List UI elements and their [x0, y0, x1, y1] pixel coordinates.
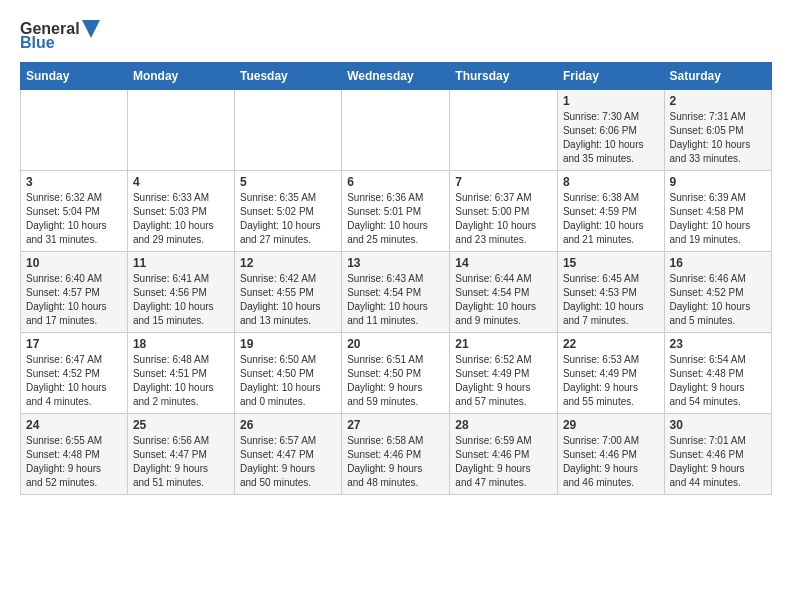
calendar-day-cell — [450, 90, 558, 171]
day-number: 22 — [563, 337, 659, 351]
calendar-day-cell: 11Sunrise: 6:41 AM Sunset: 4:56 PM Dayli… — [127, 252, 234, 333]
calendar-week-row: 10Sunrise: 6:40 AM Sunset: 4:57 PM Dayli… — [21, 252, 772, 333]
day-info: Sunrise: 6:58 AM Sunset: 4:46 PM Dayligh… — [347, 434, 444, 490]
weekday-header: Monday — [127, 63, 234, 90]
day-number: 27 — [347, 418, 444, 432]
day-number: 4 — [133, 175, 229, 189]
calendar-day-cell: 1Sunrise: 7:30 AM Sunset: 6:06 PM Daylig… — [557, 90, 664, 171]
day-info: Sunrise: 6:41 AM Sunset: 4:56 PM Dayligh… — [133, 272, 229, 328]
calendar-day-cell: 5Sunrise: 6:35 AM Sunset: 5:02 PM Daylig… — [234, 171, 341, 252]
day-number: 6 — [347, 175, 444, 189]
day-number: 1 — [563, 94, 659, 108]
day-number: 18 — [133, 337, 229, 351]
day-number: 25 — [133, 418, 229, 432]
day-number: 29 — [563, 418, 659, 432]
calendar-day-cell: 20Sunrise: 6:51 AM Sunset: 4:50 PM Dayli… — [342, 333, 450, 414]
calendar-day-cell: 24Sunrise: 6:55 AM Sunset: 4:48 PM Dayli… — [21, 414, 128, 495]
day-number: 23 — [670, 337, 766, 351]
calendar-day-cell — [127, 90, 234, 171]
calendar-day-cell: 19Sunrise: 6:50 AM Sunset: 4:50 PM Dayli… — [234, 333, 341, 414]
calendar-day-cell: 8Sunrise: 6:38 AM Sunset: 4:59 PM Daylig… — [557, 171, 664, 252]
weekday-header: Tuesday — [234, 63, 341, 90]
calendar-day-cell: 22Sunrise: 6:53 AM Sunset: 4:49 PM Dayli… — [557, 333, 664, 414]
logo: General Blue — [20, 20, 100, 52]
day-number: 9 — [670, 175, 766, 189]
day-number: 10 — [26, 256, 122, 270]
day-info: Sunrise: 6:54 AM Sunset: 4:48 PM Dayligh… — [670, 353, 766, 409]
weekday-header: Sunday — [21, 63, 128, 90]
day-info: Sunrise: 6:38 AM Sunset: 4:59 PM Dayligh… — [563, 191, 659, 247]
day-info: Sunrise: 6:55 AM Sunset: 4:48 PM Dayligh… — [26, 434, 122, 490]
day-info: Sunrise: 6:48 AM Sunset: 4:51 PM Dayligh… — [133, 353, 229, 409]
calendar-day-cell: 12Sunrise: 6:42 AM Sunset: 4:55 PM Dayli… — [234, 252, 341, 333]
calendar-day-cell: 6Sunrise: 6:36 AM Sunset: 5:01 PM Daylig… — [342, 171, 450, 252]
calendar-table: SundayMondayTuesdayWednesdayThursdayFrid… — [20, 62, 772, 495]
day-info: Sunrise: 6:32 AM Sunset: 5:04 PM Dayligh… — [26, 191, 122, 247]
calendar-week-row: 17Sunrise: 6:47 AM Sunset: 4:52 PM Dayli… — [21, 333, 772, 414]
calendar-day-cell: 29Sunrise: 7:00 AM Sunset: 4:46 PM Dayli… — [557, 414, 664, 495]
calendar-day-cell: 17Sunrise: 6:47 AM Sunset: 4:52 PM Dayli… — [21, 333, 128, 414]
day-number: 15 — [563, 256, 659, 270]
day-info: Sunrise: 7:01 AM Sunset: 4:46 PM Dayligh… — [670, 434, 766, 490]
day-info: Sunrise: 6:53 AM Sunset: 4:49 PM Dayligh… — [563, 353, 659, 409]
day-number: 19 — [240, 337, 336, 351]
calendar-day-cell: 15Sunrise: 6:45 AM Sunset: 4:53 PM Dayli… — [557, 252, 664, 333]
day-info: Sunrise: 6:46 AM Sunset: 4:52 PM Dayligh… — [670, 272, 766, 328]
day-info: Sunrise: 6:43 AM Sunset: 4:54 PM Dayligh… — [347, 272, 444, 328]
day-info: Sunrise: 6:59 AM Sunset: 4:46 PM Dayligh… — [455, 434, 552, 490]
weekday-header: Friday — [557, 63, 664, 90]
day-number: 30 — [670, 418, 766, 432]
day-info: Sunrise: 6:50 AM Sunset: 4:50 PM Dayligh… — [240, 353, 336, 409]
day-info: Sunrise: 6:45 AM Sunset: 4:53 PM Dayligh… — [563, 272, 659, 328]
calendar-day-cell: 26Sunrise: 6:57 AM Sunset: 4:47 PM Dayli… — [234, 414, 341, 495]
day-info: Sunrise: 6:35 AM Sunset: 5:02 PM Dayligh… — [240, 191, 336, 247]
day-info: Sunrise: 6:33 AM Sunset: 5:03 PM Dayligh… — [133, 191, 229, 247]
calendar-day-cell: 4Sunrise: 6:33 AM Sunset: 5:03 PM Daylig… — [127, 171, 234, 252]
calendar-day-cell: 21Sunrise: 6:52 AM Sunset: 4:49 PM Dayli… — [450, 333, 558, 414]
calendar-day-cell: 27Sunrise: 6:58 AM Sunset: 4:46 PM Dayli… — [342, 414, 450, 495]
calendar-day-cell — [234, 90, 341, 171]
calendar-day-cell: 9Sunrise: 6:39 AM Sunset: 4:58 PM Daylig… — [664, 171, 771, 252]
day-number: 26 — [240, 418, 336, 432]
logo-blue: Blue — [20, 34, 55, 52]
header: General Blue — [20, 20, 772, 52]
day-info: Sunrise: 7:00 AM Sunset: 4:46 PM Dayligh… — [563, 434, 659, 490]
day-number: 8 — [563, 175, 659, 189]
day-info: Sunrise: 6:42 AM Sunset: 4:55 PM Dayligh… — [240, 272, 336, 328]
calendar-day-cell — [21, 90, 128, 171]
day-number: 20 — [347, 337, 444, 351]
day-info: Sunrise: 6:56 AM Sunset: 4:47 PM Dayligh… — [133, 434, 229, 490]
logo-arrow-icon — [82, 20, 100, 38]
calendar-day-cell: 30Sunrise: 7:01 AM Sunset: 4:46 PM Dayli… — [664, 414, 771, 495]
calendar-day-cell: 28Sunrise: 6:59 AM Sunset: 4:46 PM Dayli… — [450, 414, 558, 495]
calendar-day-cell: 7Sunrise: 6:37 AM Sunset: 5:00 PM Daylig… — [450, 171, 558, 252]
calendar-day-cell: 23Sunrise: 6:54 AM Sunset: 4:48 PM Dayli… — [664, 333, 771, 414]
weekday-header: Wednesday — [342, 63, 450, 90]
day-number: 11 — [133, 256, 229, 270]
day-info: Sunrise: 7:30 AM Sunset: 6:06 PM Dayligh… — [563, 110, 659, 166]
day-info: Sunrise: 6:40 AM Sunset: 4:57 PM Dayligh… — [26, 272, 122, 328]
day-info: Sunrise: 6:47 AM Sunset: 4:52 PM Dayligh… — [26, 353, 122, 409]
day-info: Sunrise: 6:36 AM Sunset: 5:01 PM Dayligh… — [347, 191, 444, 247]
day-number: 24 — [26, 418, 122, 432]
calendar-day-cell: 13Sunrise: 6:43 AM Sunset: 4:54 PM Dayli… — [342, 252, 450, 333]
calendar-week-row: 3Sunrise: 6:32 AM Sunset: 5:04 PM Daylig… — [21, 171, 772, 252]
day-info: Sunrise: 7:31 AM Sunset: 6:05 PM Dayligh… — [670, 110, 766, 166]
calendar-week-row: 24Sunrise: 6:55 AM Sunset: 4:48 PM Dayli… — [21, 414, 772, 495]
weekday-header: Thursday — [450, 63, 558, 90]
day-number: 7 — [455, 175, 552, 189]
calendar-day-cell: 18Sunrise: 6:48 AM Sunset: 4:51 PM Dayli… — [127, 333, 234, 414]
calendar-day-cell: 3Sunrise: 6:32 AM Sunset: 5:04 PM Daylig… — [21, 171, 128, 252]
day-number: 13 — [347, 256, 444, 270]
day-number: 16 — [670, 256, 766, 270]
weekday-header: Saturday — [664, 63, 771, 90]
calendar-day-cell: 2Sunrise: 7:31 AM Sunset: 6:05 PM Daylig… — [664, 90, 771, 171]
day-number: 2 — [670, 94, 766, 108]
calendar-day-cell: 16Sunrise: 6:46 AM Sunset: 4:52 PM Dayli… — [664, 252, 771, 333]
day-number: 17 — [26, 337, 122, 351]
day-info: Sunrise: 6:44 AM Sunset: 4:54 PM Dayligh… — [455, 272, 552, 328]
day-info: Sunrise: 6:51 AM Sunset: 4:50 PM Dayligh… — [347, 353, 444, 409]
day-number: 5 — [240, 175, 336, 189]
calendar-day-cell — [342, 90, 450, 171]
day-info: Sunrise: 6:39 AM Sunset: 4:58 PM Dayligh… — [670, 191, 766, 247]
